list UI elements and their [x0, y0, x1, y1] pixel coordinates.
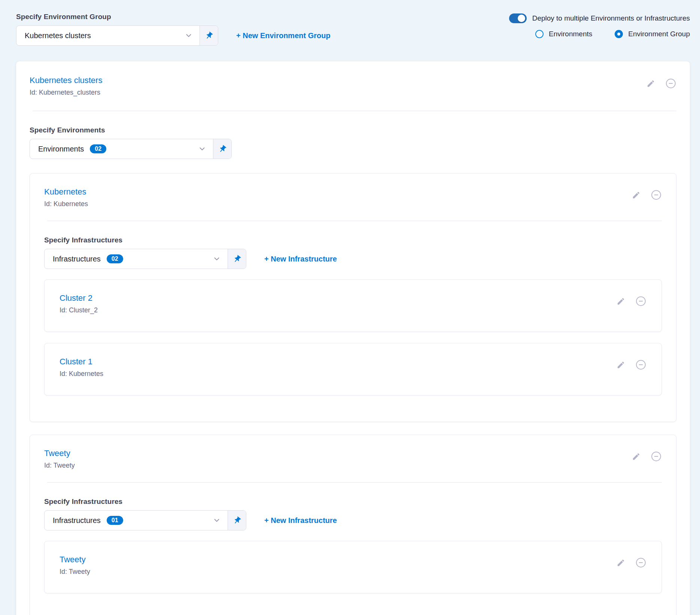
minus-circle-icon — [635, 296, 646, 307]
divider — [47, 221, 662, 221]
specify-environments-label: Specify Environments — [30, 126, 676, 134]
minus-circle-icon — [651, 451, 662, 462]
minus-circle-icon — [651, 189, 662, 201]
remove-environment-button[interactable] — [651, 189, 662, 201]
environment-id: Id: Kubernetes — [44, 200, 88, 208]
infrastructure-card: Cluster 2 Id: Cluster_2 — [44, 279, 662, 332]
environment-card: Kubernetes Id: Kubernetes Specify Infras… — [30, 173, 676, 422]
edit-infrastructure-button[interactable] — [617, 559, 625, 567]
environment-id: Id: Tweety — [44, 462, 75, 469]
pin-icon — [231, 253, 243, 265]
pencil-icon — [617, 361, 625, 369]
remove-infrastructure-button[interactable] — [635, 296, 646, 307]
divider — [47, 482, 662, 483]
minus-circle-icon — [635, 359, 646, 370]
chevron-down-icon — [198, 145, 206, 153]
pencil-icon — [617, 559, 625, 567]
infrastructures-count-badge: 01 — [107, 516, 123, 525]
remove-environment-group-button[interactable] — [665, 78, 676, 89]
pin-icon — [231, 514, 243, 526]
infrastructures-select-value: Infrastructures — [53, 516, 101, 525]
infrastructure-card: Cluster 1 Id: Kubernetes — [44, 343, 662, 395]
pencil-icon — [617, 297, 625, 306]
pencil-icon — [632, 452, 640, 461]
environment-title[interactable]: Tweety — [44, 449, 75, 458]
toggle-knob — [518, 15, 525, 22]
chevron-down-icon — [213, 255, 221, 263]
top-bar: Specify Environment Group Kubernetes clu… — [0, 0, 700, 61]
radio-environment-group-label[interactable]: Environment Group — [628, 30, 690, 38]
infrastructures-select[interactable]: Infrastructures 02 — [44, 249, 246, 269]
environments-select[interactable]: Environments 02 — [30, 139, 232, 159]
new-infrastructure-link[interactable]: + New Infrastructure — [264, 516, 337, 525]
edit-environment-button[interactable] — [632, 452, 640, 461]
pin-icon — [216, 143, 228, 155]
environment-card: Tweety Id: Tweety Specify Infrastructure… — [30, 435, 676, 615]
remove-infrastructure-button[interactable] — [635, 359, 646, 370]
pin-button[interactable] — [200, 26, 218, 45]
pin-icon — [203, 30, 215, 42]
radio-environments-label[interactable]: Environments — [549, 30, 592, 38]
pencil-icon — [632, 191, 640, 199]
environment-group-id: Id: Kubernetes_clusters — [30, 89, 102, 97]
environment-title[interactable]: Kubernetes — [44, 187, 88, 197]
env-group-select[interactable]: Kubernetes clusters — [16, 25, 218, 46]
environments-count-badge: 02 — [90, 144, 106, 153]
deploy-multiple-toggle[interactable] — [509, 13, 527, 23]
specify-infrastructures-label: Specify Infrastructures — [44, 498, 662, 506]
infrastructures-select[interactable]: Infrastructures 01 — [44, 510, 246, 530]
environment-group-card: Kubernetes clusters Id: Kubernetes_clust… — [16, 61, 690, 615]
pencil-icon — [646, 79, 655, 88]
new-infrastructure-link[interactable]: + New Infrastructure — [264, 255, 337, 263]
edit-environment-group-button[interactable] — [646, 79, 655, 88]
environment-group-title[interactable]: Kubernetes clusters — [30, 76, 102, 85]
minus-circle-icon — [635, 557, 646, 568]
divider — [33, 111, 676, 111]
infrastructure-id: Id: Tweety — [60, 568, 90, 576]
chevron-down-icon — [185, 31, 193, 40]
pin-button[interactable] — [228, 249, 246, 269]
infrastructure-title[interactable]: Cluster 1 — [60, 357, 103, 367]
radio-environment-group[interactable] — [615, 30, 623, 38]
specify-infrastructures-label: Specify Infrastructures — [44, 236, 662, 244]
infrastructures-count-badge: 02 — [107, 254, 123, 263]
remove-infrastructure-button[interactable] — [635, 557, 646, 568]
pin-button[interactable] — [213, 139, 231, 159]
new-environment-group-link[interactable]: + New Environment Group — [236, 31, 331, 40]
deploy-multiple-toggle-label: Deploy to multiple Environments or Infra… — [532, 14, 690, 22]
env-group-select-value: Kubernetes clusters — [25, 31, 91, 40]
radio-environments[interactable] — [535, 30, 544, 38]
chevron-down-icon — [213, 516, 221, 524]
pin-button[interactable] — [228, 511, 246, 530]
infrastructure-card: Tweety Id: Tweety — [44, 541, 662, 593]
edit-infrastructure-button[interactable] — [617, 297, 625, 306]
infrastructure-title[interactable]: Tweety — [60, 555, 90, 564]
edit-infrastructure-button[interactable] — [617, 361, 625, 369]
minus-circle-icon — [665, 78, 676, 89]
environments-select-value: Environments — [38, 145, 84, 153]
remove-environment-button[interactable] — [651, 451, 662, 462]
infrastructure-id: Id: Cluster_2 — [60, 306, 98, 314]
infrastructures-select-value: Infrastructures — [53, 255, 101, 263]
infrastructure-title[interactable]: Cluster 2 — [60, 293, 98, 303]
infrastructure-id: Id: Kubernetes — [60, 370, 103, 378]
edit-environment-button[interactable] — [632, 191, 640, 199]
